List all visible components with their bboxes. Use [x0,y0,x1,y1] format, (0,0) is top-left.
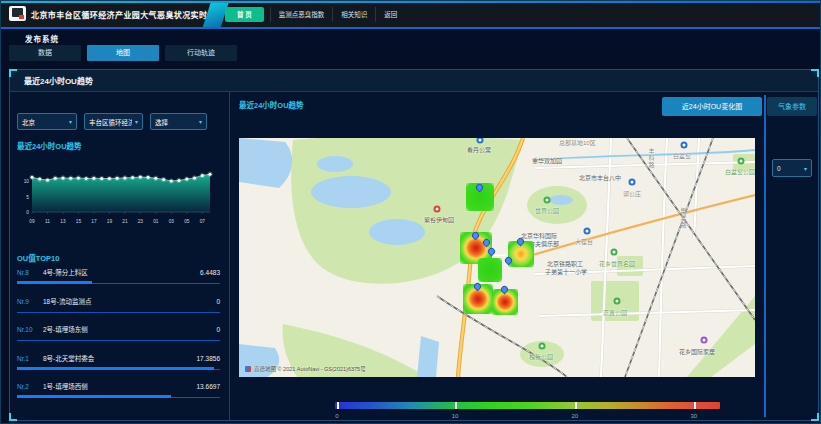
svg-text:0: 0 [26,210,29,215]
top10-value: 17.3856 [197,355,221,362]
heatmap-colorbar: 0102030 [335,402,720,422]
map-canvas[interactable]: 总部基地10区看丹公寓白盆窑重华双加园北京市丰台八中郭公庄白盆窑公园世界公园紫谷… [239,138,755,377]
chevron-down-icon: ▾ [804,165,807,172]
top10-name: 2号-填埋场东侧 [43,324,88,334]
site-select-value: 选择 [155,117,196,127]
top10-name: 18号-流动监测点 [43,296,91,306]
chevron-down-icon: ▾ [69,118,72,125]
top10-bar-track [17,281,220,284]
top10-value: 13.6697 [197,383,221,390]
map-metro-icon [629,179,636,186]
top10-bar-track [17,310,220,313]
top-accent-line [1,1,820,3]
svg-text:11: 11 [45,219,50,224]
top10-row: Nr.84号-筛分上料区6.4483 [17,262,220,291]
svg-text:03: 03 [169,219,175,224]
svg-text:15: 15 [76,219,82,224]
top10-name: 1号-填埋场西侧 [43,381,88,391]
nav-item-monitor-odor-index[interactable]: 监测点恶臭指数 [270,7,333,22]
chevron-down-icon: ▾ [199,118,202,125]
svg-text:23: 23 [138,219,144,224]
hour-select[interactable]: 0 ▾ [772,159,812,177]
map-label: 大葆台 [575,237,593,246]
map-park-icon [544,197,551,204]
panel-corner [811,69,819,77]
app-root: 北京市丰台区循环经济产业园大气恶臭状况实时 首 页监测点恶臭指数相关知识返回 发… [0,0,821,424]
svg-text:10: 10 [24,179,30,184]
map-label: 白盆窑公园 [725,167,755,176]
panel-titlebar: 最近24小时OU趋势 [10,70,818,92]
top10-bar-track [17,395,220,398]
map-park-icon [539,343,546,350]
svg-text:05: 05 [184,219,190,224]
app-logo [9,6,26,21]
district-select[interactable]: 丰台区循环经济产▾ [84,113,143,130]
map-attribution: 高德地图 © 2021 AutoNavi - GS(2021)6375号 [245,365,366,373]
colorbar-tick-label: 30 [690,413,697,419]
colorbar-tick-label: 0 [335,413,338,419]
map-park-icon [614,298,621,305]
main-panel: 最近24小时OU趋势 北京▾丰台区循环经济产▾选择▾ 最近24小时OU趋势 05… [9,69,819,421]
top10-rank: Nr.8 [17,269,43,276]
ou-24h-change-button[interactable]: 近24小时OU变化图 [662,97,762,116]
top10-row: Nr.102号-填埋场东侧0 [17,319,220,348]
map-scenic-icon [434,206,441,213]
map-label: 丰科路 [647,148,656,169]
nav-item-back[interactable]: 返回 [375,7,405,22]
map-park-icon [611,249,618,256]
top10-bar-fill [17,281,92,284]
colorbar-tick-label: 20 [572,413,579,419]
map-label: 郭公庄 [623,189,641,198]
tab-data[interactable]: 数据 [9,45,81,61]
nav-item-home[interactable]: 首 页 [225,7,264,22]
tab-map[interactable]: 地图 [87,45,159,61]
map-label: 紫谷伊甸园 [424,215,454,224]
colorbar-tick [575,402,577,409]
svg-text:5: 5 [26,195,29,200]
map-label: 槐新公园 [529,352,553,361]
top10-row: Nr.21号-填埋场西侧13.6697 [17,376,220,405]
heatmap-blob [478,258,502,282]
nav-item-knowledge[interactable]: 相关知识 [332,7,375,22]
header-divider [1,27,820,29]
autonavi-logo-icon [245,366,251,372]
top10-value: 0 [216,326,220,333]
top10-row-text: Nr.21号-填埋场西侧13.6697 [17,376,220,391]
main-nav: 首 页监测点恶臭指数相关知识返回 [225,1,405,27]
map-label: 樊羊路 [679,208,688,229]
city-select[interactable]: 北京▾ [17,113,77,130]
chevron-down-icon: ▾ [135,118,138,125]
top10-row: Nr.18号-北天堂村委会17.3856 [17,348,220,377]
ou-trend-chart: 0510091113151719212301030507 [18,156,218,234]
svg-text:19: 19 [107,219,113,224]
top10-rank: Nr.1 [17,355,43,362]
site-select[interactable]: 选择▾ [150,113,207,130]
top10-list: Nr.84号-筛分上料区6.4483Nr.918号-流动监测点0Nr.102号-… [17,262,220,405]
map-label: 北京市丰台八中 [579,173,621,182]
map-mall-icon [701,337,708,344]
map-label: 重华双加园 [532,156,562,165]
top10-name: 4号-筛分上料区 [43,267,88,277]
map-label: 总部基地10区 [559,138,596,147]
top10-bar-fill [17,395,171,398]
panel-corner [811,413,819,421]
trend-chart-label: 最近24小时OU趋势 [17,140,82,151]
map-label: 看丹公寓 [467,145,491,154]
colorbar-tick [455,402,457,409]
map-metro-icon [584,228,591,235]
panel-corner [9,413,17,421]
right-strip: 0 ▾ [764,95,818,417]
district-select-value: 丰台区循环经济产 [89,117,132,127]
map-label: 世界公园 [535,206,559,215]
tab-track[interactable]: 行动轨迹 [165,45,237,61]
top10-bar-track [17,367,220,370]
top10-row-text: Nr.918号-流动监测点0 [17,291,220,306]
publisher-label: 发布系统 [25,33,59,44]
panel-title: 最近24小时OU趋势 [24,71,93,92]
top10-name: 8号-北天堂村委会 [43,353,94,363]
top10-bar-track [17,338,220,341]
svg-text:13: 13 [60,219,66,224]
svg-text:01: 01 [153,219,159,224]
top10-row-text: Nr.18号-北天堂村委会17.3856 [17,348,220,363]
map-label: 花乡国际家居 [679,347,715,356]
